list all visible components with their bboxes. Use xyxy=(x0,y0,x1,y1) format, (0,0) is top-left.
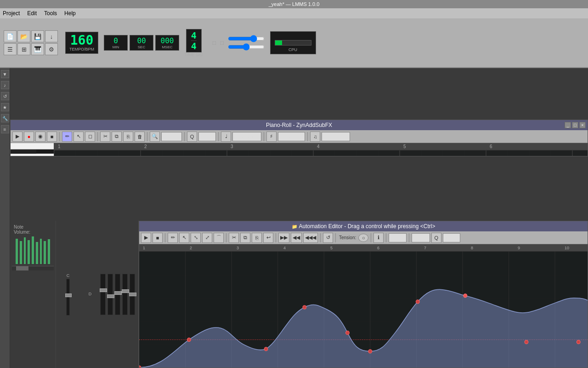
auto-flip-h-btn[interactable]: ⤡ xyxy=(191,233,201,243)
cp-8[interactable] xyxy=(525,340,528,344)
tempo-value[interactable]: 160 xyxy=(70,34,94,47)
menu-tools[interactable]: Tools xyxy=(44,10,57,17)
title-bar: _yeah* — LMMS 1.0.0 xyxy=(0,0,588,8)
pr-copy-btn[interactable]: ⧉ xyxy=(112,132,122,142)
pr-chord-dropdown[interactable]: No chord ▼ xyxy=(322,132,350,141)
sidebar-icon-6[interactable]: ≡ xyxy=(1,125,9,133)
pr-record-while-btn[interactable]: ◉ xyxy=(35,132,45,142)
auto-rew-btn[interactable]: ◀◀ xyxy=(291,233,302,243)
pr-delete-btn[interactable]: 🗑 xyxy=(135,132,145,142)
auto-auto-dropdown[interactable]: Auto ▼ xyxy=(412,233,430,242)
auto-flip-v-btn[interactable]: ⤢ xyxy=(202,233,212,243)
cp-7[interactable] xyxy=(464,294,467,298)
fader-1-track[interactable] xyxy=(100,274,106,315)
ch-c-fader-track[interactable] xyxy=(66,279,70,316)
auto-copy-btn[interactable]: ⧉ xyxy=(240,233,250,243)
menu-help[interactable]: Help xyxy=(64,10,76,17)
auto-draw-btn[interactable]: ✏ xyxy=(168,233,178,243)
auto-select-btn[interactable]: ↖ xyxy=(179,233,189,243)
pr-select-btn[interactable]: ↖ xyxy=(74,132,84,142)
export-button[interactable]: ↓ xyxy=(45,30,58,42)
sidebar-icon-4[interactable]: ★ xyxy=(1,103,9,111)
channel-strips: C D xyxy=(56,221,139,368)
cp-2[interactable] xyxy=(264,347,268,351)
time-displays: 0 MIN 00 SEC 000 MSEC xyxy=(104,35,179,51)
auto-play-btn[interactable]: ▶ xyxy=(141,233,151,243)
auto-curve-btn[interactable]: ⌒ xyxy=(214,233,224,243)
fader-3[interactable] xyxy=(114,291,122,295)
save-button[interactable]: 💾 xyxy=(31,30,44,42)
pr-record-btn[interactable]: ● xyxy=(24,132,34,142)
pr-zoom-btn[interactable]: 🔍 xyxy=(150,132,160,142)
fader-4-track[interactable] xyxy=(122,274,128,315)
fader-5-track[interactable] xyxy=(130,274,135,315)
open-button[interactable]: 📂 xyxy=(17,30,30,42)
svg-rect-10 xyxy=(54,150,588,156)
ch-c-fader[interactable] xyxy=(65,293,72,297)
new-button[interactable]: 📄 xyxy=(4,30,17,42)
cp-6[interactable] xyxy=(416,300,419,304)
pr-paste-btn[interactable]: ⎘ xyxy=(123,132,133,142)
pr-quantize-dropdown[interactable]: 1/16 ▼ xyxy=(198,132,216,141)
pr-draw-btn[interactable]: ✏ xyxy=(62,132,72,142)
auto-folder-icon: 📁 xyxy=(292,224,297,229)
sidebar-icon-1[interactable]: ▼ xyxy=(1,70,9,78)
pr-quantize-icon[interactable]: Q xyxy=(187,132,197,142)
pr-minimize-btn[interactable]: _ xyxy=(565,122,571,128)
menu-project[interactable]: Project xyxy=(3,10,20,17)
pr-detuning-btn[interactable]: ◻ xyxy=(85,132,95,142)
time-sec-label: SEC xyxy=(138,45,145,49)
cp-3[interactable] xyxy=(303,305,306,309)
master-pitch-slider[interactable] xyxy=(228,43,265,51)
pr-maximize-btn[interactable]: □ xyxy=(572,122,578,128)
piano-key-B8[interactable] xyxy=(11,143,54,150)
auto-percent-dropdown[interactable]: 50% ▼ xyxy=(389,233,407,242)
auto-info-btn[interactable]: ℹ xyxy=(373,233,384,243)
pr-play-btn[interactable]: ▶ xyxy=(12,132,23,142)
auto-cut-btn[interactable]: ✂ xyxy=(229,233,239,243)
master-vol-slider[interactable] xyxy=(228,35,265,42)
view-fx-button[interactable]: ⚙ xyxy=(45,43,58,55)
auto-main: 1 2 3 4 5 6 7 8 9 10 xyxy=(139,244,588,368)
auto-paste-btn[interactable]: ⎘ xyxy=(252,233,262,243)
sidebar-icon-2[interactable]: ♪ xyxy=(1,81,9,89)
tempo-section[interactable]: 160 TEMPO/BPM xyxy=(65,32,98,54)
pr-close-btn[interactable]: × xyxy=(579,122,586,128)
pr-stop-btn[interactable]: ■ xyxy=(47,132,57,142)
auto-quantize-dropdown[interactable]: 1/16 ▼ xyxy=(443,233,460,242)
auto-stop-btn[interactable]: ■ xyxy=(153,233,163,243)
auto-loop-btn[interactable]: ↺ xyxy=(323,233,333,243)
pr-last-note-dropdown[interactable]: Last note ▼ xyxy=(232,132,261,141)
cp-5[interactable] xyxy=(368,350,372,353)
piano-key-A8[interactable] xyxy=(11,154,54,156)
auto-redo-btn[interactable]: ↩ xyxy=(263,233,273,243)
menu-edit[interactable]: Edit xyxy=(27,10,37,17)
fader-1[interactable] xyxy=(100,288,107,292)
auto-fwd-btn[interactable]: ▶▶ xyxy=(278,233,289,243)
sidebar-icon-5[interactable]: 🔧 xyxy=(1,114,9,122)
view-beat-button[interactable]: ⊞ xyxy=(17,43,30,55)
fader-5[interactable] xyxy=(129,293,136,296)
pr-cut-btn[interactable]: ✂ xyxy=(100,132,110,142)
piano-key-A#8[interactable] xyxy=(11,150,36,154)
fader-2[interactable] xyxy=(107,294,114,298)
view-song-button[interactable]: ☰ xyxy=(4,43,17,55)
note-grid[interactable]: 1 2 3 4 5 6 xyxy=(54,143,588,156)
piano-keyboard[interactable]: C8C7C6C5C4C3C2 xyxy=(11,143,54,156)
volume-scrollbar[interactable] xyxy=(12,266,54,270)
time-sig-box[interactable]: 4 4 xyxy=(186,29,202,52)
fader-3-track[interactable] xyxy=(115,274,120,315)
fader-2-track[interactable] xyxy=(107,274,113,315)
automation-window: 📁 Automation Editor - Drag a control whi… xyxy=(139,221,588,368)
sidebar-icon-3[interactable]: ↺ xyxy=(1,92,9,100)
cp-4[interactable] xyxy=(346,331,350,334)
pr-zoom-dropdown[interactable]: 100% ▼ xyxy=(161,132,182,141)
auto-tension-knob[interactable]: ○ xyxy=(358,234,368,242)
cp-9[interactable] xyxy=(577,340,580,344)
fader-4[interactable] xyxy=(122,289,129,293)
pr-scale-dropdown[interactable]: No scale ▼ xyxy=(278,132,305,141)
volume-scroll-thumb[interactable] xyxy=(16,266,28,270)
view-piano-button[interactable]: 🎹 xyxy=(31,43,44,55)
auto-bak-btn[interactable]: ◀◀◀ xyxy=(303,233,318,243)
cp-1[interactable] xyxy=(187,338,191,341)
